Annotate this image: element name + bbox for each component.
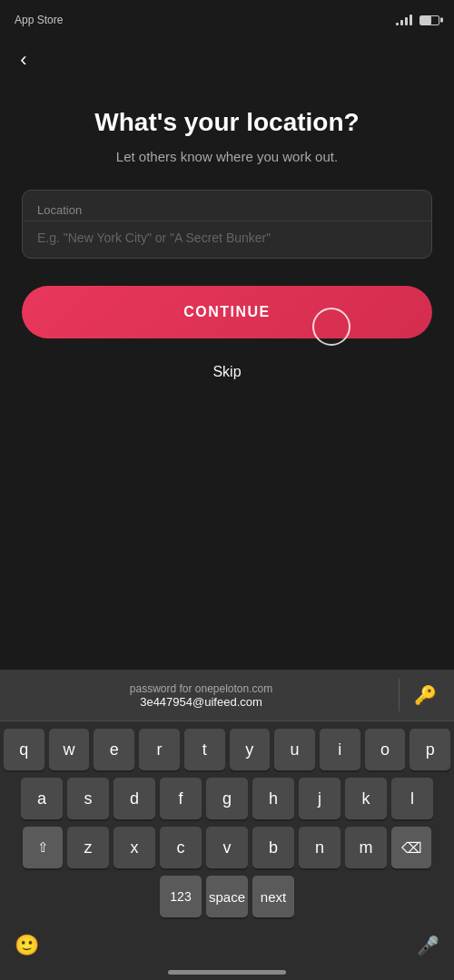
ripple-indicator — [312, 308, 350, 346]
key-v[interactable]: v — [206, 827, 248, 868]
keyboard-bottom-bar: 🙂 🎤 — [0, 928, 454, 966]
key-m[interactable]: m — [345, 827, 387, 868]
keyboard: q w e r t y u i o p a s d f g h j k l ⇧ … — [0, 721, 454, 928]
status-bar-right — [396, 15, 439, 25]
continue-button[interactable]: CONTINUE — [22, 286, 432, 338]
key-k[interactable]: k — [345, 778, 387, 819]
key-p[interactable]: p — [410, 729, 450, 770]
location-input-placeholder: E.g. "New York City" or "A Secret Bunker… — [23, 220, 431, 258]
key-a[interactable]: a — [21, 778, 63, 819]
mic-key[interactable]: 🎤 — [417, 935, 439, 956]
back-button[interactable]: ‹ — [0, 40, 454, 80]
numeric-key[interactable]: 123 — [160, 876, 202, 917]
page-title: What's your location? — [22, 107, 432, 138]
back-arrow-icon: ‹ — [15, 51, 33, 69]
key-f[interactable]: f — [160, 778, 202, 819]
key-r[interactable]: r — [139, 729, 180, 770]
page-subtitle: Let others know where you work out. — [22, 149, 432, 164]
key-w[interactable]: w — [49, 729, 90, 770]
emoji-key[interactable]: 🙂 — [15, 934, 39, 957]
autofill-credential: 3e447954@uifeed.com — [15, 695, 388, 709]
key-b[interactable]: b — [252, 827, 294, 868]
key-s[interactable]: s — [67, 778, 109, 819]
keyboard-area: password for onepeloton.com 3e447954@uif… — [0, 670, 454, 980]
main-content: What's your location? Let others know wh… — [0, 80, 454, 406]
key-z[interactable]: z — [67, 827, 109, 868]
keyboard-row-3: ⇧ z x c v b n m ⌫ — [4, 827, 450, 868]
keyboard-row-4: 123 space next — [4, 876, 450, 917]
backspace-key[interactable]: ⌫ — [391, 827, 431, 868]
key-l[interactable]: l — [391, 778, 433, 819]
key-e[interactable]: e — [94, 729, 134, 770]
home-indicator-bar — [168, 970, 286, 975]
location-input-label: Location — [23, 191, 431, 220]
signal-icon — [396, 15, 412, 25]
key-c[interactable]: c — [160, 827, 202, 868]
app-store-label: App Store — [15, 14, 63, 26]
autofill-bar[interactable]: password for onepeloton.com 3e447954@uif… — [0, 670, 454, 721]
key-u[interactable]: u — [274, 729, 315, 770]
key-h[interactable]: h — [252, 778, 294, 819]
keyboard-row-1: q w e r t y u i o p — [4, 729, 450, 770]
status-bar: App Store — [0, 0, 454, 40]
skip-button[interactable]: Skip — [194, 357, 259, 387]
autofill-site: password for onepeloton.com — [15, 682, 388, 695]
next-key[interactable]: next — [252, 876, 294, 917]
key-y[interactable]: y — [230, 729, 271, 770]
space-key[interactable]: space — [206, 876, 248, 917]
key-o[interactable]: o — [365, 729, 406, 770]
key-q[interactable]: q — [4, 729, 44, 770]
key-x[interactable]: x — [114, 827, 155, 868]
key-i[interactable]: i — [320, 729, 360, 770]
key-d[interactable]: d — [114, 778, 155, 819]
autofill-key-icon[interactable]: 🔑 — [410, 681, 439, 710]
key-g[interactable]: g — [206, 778, 248, 819]
location-input-container[interactable]: Location E.g. "New York City" or "A Secr… — [22, 190, 432, 259]
battery-icon — [419, 15, 439, 25]
key-j[interactable]: j — [299, 778, 340, 819]
key-t[interactable]: t — [184, 729, 225, 770]
status-bar-left: App Store — [15, 14, 63, 26]
keyboard-row-2: a s d f g h j k l — [4, 778, 450, 819]
autofill-info: password for onepeloton.com 3e447954@uif… — [15, 682, 388, 709]
shift-key[interactable]: ⇧ — [23, 827, 63, 868]
key-n[interactable]: n — [299, 827, 340, 868]
autofill-divider — [399, 679, 400, 711]
home-bar-container — [0, 966, 454, 980]
